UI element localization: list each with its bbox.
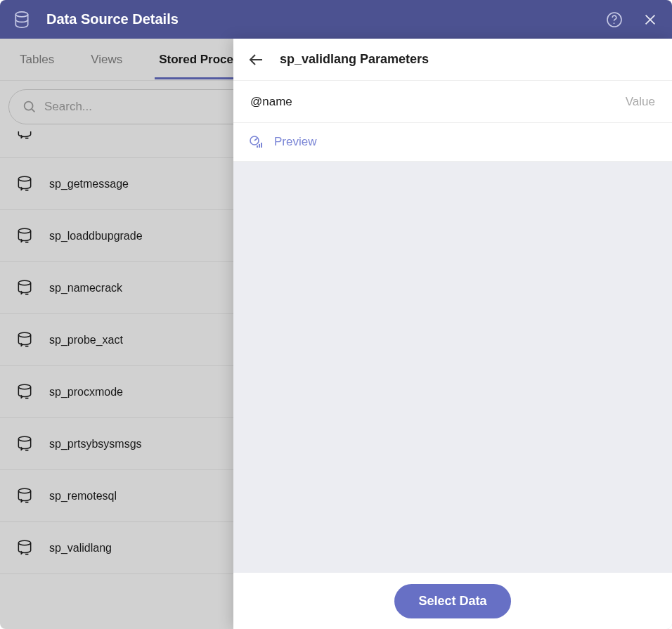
database-icon <box>13 11 31 29</box>
list-item-label: sp_prtsybsysmsgs <box>49 438 142 450</box>
stored-procedure-icon <box>15 175 34 193</box>
svg-point-0 <box>15 11 27 16</box>
data-source-details-modal: Data Source Details Tables Views Stored … <box>0 0 672 629</box>
tab-stored-procedures[interactable]: Stored Proce <box>155 40 238 79</box>
panel-spacer <box>233 162 672 573</box>
svg-point-10 <box>18 436 30 441</box>
svg-point-7 <box>18 280 30 285</box>
list-item-label <box>49 131 112 134</box>
preview-label: Preview <box>274 135 316 149</box>
modal-title: Data Source Details <box>46 11 606 27</box>
stored-procedure-icon <box>15 539 34 557</box>
stored-procedure-icon <box>15 383 34 401</box>
parameters-panel: sp_validlang Parameters @name Value Prev… <box>233 39 672 629</box>
search-icon <box>22 99 37 115</box>
panel-header: sp_validlang Parameters <box>233 39 672 81</box>
back-arrow-icon[interactable] <box>247 51 264 68</box>
svg-point-3 <box>25 102 33 110</box>
stored-procedure-icon <box>15 487 34 505</box>
close-icon[interactable] <box>642 12 658 27</box>
list-item-label: sp_validlang <box>49 542 112 555</box>
stored-procedure-icon <box>15 435 34 453</box>
list-item-label: sp_getmessage <box>49 178 129 190</box>
svg-point-12 <box>18 540 30 545</box>
list-item-label: sp_namecrack <box>49 282 122 294</box>
svg-point-11 <box>18 488 30 493</box>
modal-body: Tables Views Stored Proce <box>0 39 672 629</box>
stored-procedure-icon <box>15 331 34 349</box>
select-data-button[interactable]: Select Data <box>394 584 510 618</box>
svg-point-8 <box>18 332 30 337</box>
list-item-label: sp_probe_xact <box>49 334 123 346</box>
preview-icon <box>247 134 264 150</box>
parameter-row[interactable]: @name Value <box>233 81 672 123</box>
parameter-name: @name <box>250 95 292 109</box>
panel-title: sp_validlang Parameters <box>280 52 429 67</box>
stored-procedure-icon <box>15 227 34 245</box>
preview-button[interactable]: Preview <box>233 123 672 162</box>
svg-point-6 <box>18 228 30 233</box>
list-item-label: sp_loaddbupgrade <box>49 230 143 242</box>
panel-footer: Select Data <box>233 573 672 629</box>
tab-tables[interactable]: Tables <box>15 40 58 79</box>
tab-views[interactable]: Views <box>86 40 127 79</box>
help-icon[interactable] <box>606 11 623 28</box>
svg-point-5 <box>18 176 30 181</box>
list-item-label: sp_procxmode <box>49 386 123 398</box>
list-item-label: sp_remotesql <box>49 490 117 502</box>
parameter-value-placeholder: Value <box>626 95 655 109</box>
svg-point-2 <box>614 22 615 24</box>
svg-point-9 <box>18 384 30 389</box>
modal-header: Data Source Details <box>0 0 672 39</box>
stored-procedure-icon <box>15 279 34 297</box>
stored-procedure-icon <box>15 131 34 141</box>
